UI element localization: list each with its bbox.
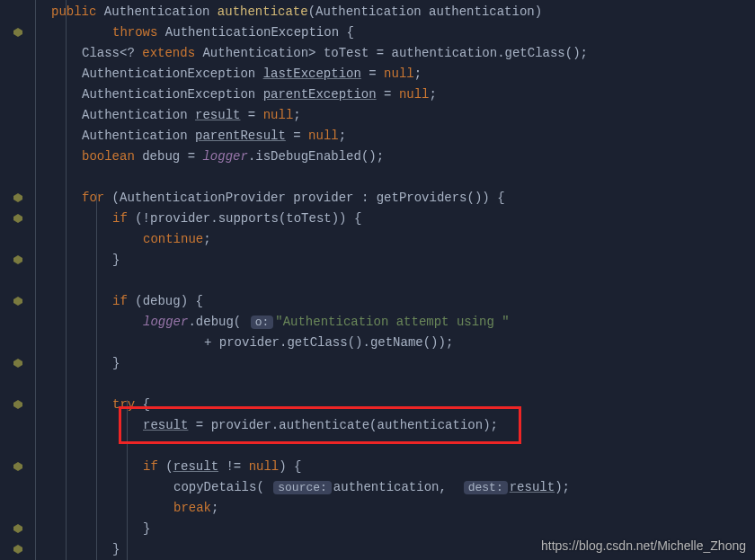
- editor-code-area[interactable]: public Authentication authenticate(Authe…: [31, 0, 755, 560]
- code-line: for (AuthenticationProvider provider : g…: [82, 191, 505, 205]
- code-line: }: [143, 521, 150, 536]
- code-line: throws AuthenticationException {: [112, 25, 354, 40]
- code-line: continue;: [143, 232, 211, 246]
- code-line: boolean debug = logger.isDebugEnabled();: [82, 149, 384, 164]
- param-hint: source:: [273, 481, 332, 494]
- code-line: logger.debug( o:"Authentication attempt …: [143, 315, 510, 329]
- fold-icon[interactable]: [13, 193, 22, 202]
- fold-icon[interactable]: [13, 214, 22, 223]
- fold-icon[interactable]: [13, 462, 22, 471]
- param-hint: dest:: [464, 481, 508, 494]
- highlight-box: [119, 406, 521, 444]
- code-line: AuthenticationException lastException = …: [82, 67, 422, 81]
- code-line: public Authentication authenticate(Authe…: [51, 4, 542, 19]
- fold-icon[interactable]: [13, 359, 22, 368]
- param-hint: o:: [251, 316, 274, 329]
- code-line: if (result != null) {: [143, 459, 301, 474]
- code-line: }: [112, 542, 120, 556]
- editor-gutter: [0, 0, 31, 560]
- code-line: Authentication result = null;: [82, 108, 301, 122]
- fold-icon[interactable]: [13, 400, 22, 409]
- fold-icon[interactable]: [13, 255, 22, 264]
- fold-icon[interactable]: [13, 545, 22, 554]
- fold-icon[interactable]: [13, 297, 22, 306]
- code-line: Class<? extends Authentication> toTest =…: [82, 46, 588, 60]
- code-line: + provider.getClass().getName());: [204, 335, 453, 350]
- code-line: break;: [173, 501, 218, 515]
- code-line: Authentication parentResult = null;: [82, 129, 346, 143]
- code-line: AuthenticationException parentException …: [82, 87, 437, 102]
- code-line: }: [112, 356, 120, 370]
- fold-icon[interactable]: [13, 524, 22, 533]
- code-line: if (!provider.supports(toTest)) {: [112, 211, 361, 226]
- fold-icon[interactable]: [13, 28, 22, 37]
- code-line: }: [112, 253, 120, 267]
- code-line: if (debug) {: [112, 294, 203, 308]
- code-line: copyDetails( source:authentication, dest…: [173, 480, 570, 494]
- watermark: https://blog.csdn.net/Michelle_Zhong: [541, 538, 746, 553]
